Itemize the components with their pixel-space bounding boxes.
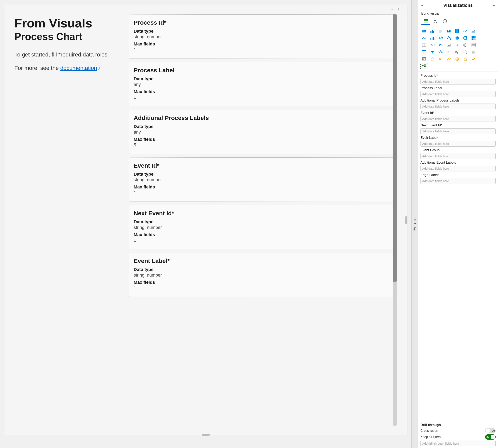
- viz-stacked-bar[interactable]: [420, 28, 428, 34]
- external-link-icon: ↗: [97, 66, 101, 71]
- viz-paginated[interactable]: [420, 56, 428, 62]
- svg-text:Py: Py: [455, 51, 458, 54]
- filters-sidebar[interactable]: Filters: [411, 0, 418, 448]
- viz-custom4[interactable]: [453, 56, 461, 62]
- svg-marker-80: [464, 58, 467, 61]
- field-group-6: Event Group Add data fields here: [420, 148, 496, 159]
- viz-100-bar[interactable]: [453, 28, 461, 34]
- svg-point-79: [457, 59, 458, 60]
- viz-decomp[interactable]: [437, 49, 445, 55]
- field-group-input-2[interactable]: Add data fields here: [420, 104, 496, 109]
- field-group-4: Next Event Id* Add data fields here: [420, 123, 496, 134]
- data-card-max-label-1: Max fields: [134, 89, 390, 94]
- svg-rect-84: [424, 64, 426, 65]
- viz-stacked-col[interactable]: [437, 28, 445, 34]
- filter-icon[interactable]: ▽: [391, 7, 394, 11]
- svg-rect-7: [424, 32, 426, 32]
- svg-marker-76: [431, 58, 434, 61]
- viz-treemap[interactable]: [470, 35, 477, 41]
- data-card-title-2: Additional Process Labels: [134, 114, 390, 122]
- field-group-input-4[interactable]: Add data fields here: [420, 128, 496, 134]
- collapse-left-icon[interactable]: «: [421, 3, 423, 8]
- keep-filters-toggle[interactable]: On: [485, 434, 496, 440]
- data-card-type-label-4: Data type: [134, 219, 390, 224]
- cross-report-toggle[interactable]: Off: [485, 428, 496, 433]
- viz-donut[interactable]: [462, 35, 469, 41]
- viz-matrix[interactable]: [420, 42, 428, 48]
- viz-slicer[interactable]: [453, 42, 461, 48]
- data-card-3: Event Id* Data type string, number Max f…: [129, 157, 395, 201]
- svg-text:abc: abc: [472, 52, 475, 54]
- documentation-link[interactable]: documentation↗: [60, 65, 101, 71]
- data-cards-area: Process Id* Data type string, number Max…: [129, 15, 397, 426]
- fields-section: Process Id* Add data fields here Process…: [418, 72, 498, 421]
- field-group-input-8[interactable]: Add data fields here: [420, 178, 496, 184]
- field-group-3: Event Id* Add data fields here: [420, 111, 496, 122]
- viz-line2[interactable]: [437, 35, 445, 41]
- viz-area-chart[interactable]: [470, 28, 477, 34]
- svg-rect-5: [422, 32, 424, 32]
- viz-smart-narrative[interactable]: abcabc: [470, 49, 477, 55]
- filters-label[interactable]: Filters: [412, 217, 417, 231]
- field-group-input-6[interactable]: Add data fields here: [420, 153, 496, 159]
- viz-matrix2[interactable]: [420, 49, 428, 55]
- viz-process-chart-selected[interactable]: [420, 63, 428, 69]
- svg-rect-18: [455, 29, 456, 33]
- viz-funnel[interactable]: [429, 49, 436, 55]
- drill-through-field-input[interactable]: Add drill-through fields here: [420, 441, 496, 446]
- viz-pie[interactable]: [453, 35, 461, 41]
- viz-card[interactable]: 42: [445, 42, 453, 48]
- collapse-right-icon[interactable]: »: [493, 3, 495, 8]
- field-group-label-3: Event Id*: [420, 111, 496, 115]
- viz-grouped-bar[interactable]: [445, 28, 453, 34]
- field-group-input-3[interactable]: Add data fields here: [420, 116, 496, 122]
- viz-custom1[interactable]: [429, 56, 436, 62]
- field-group-input-1[interactable]: Add data fields here: [420, 91, 496, 97]
- svg-rect-2: [424, 22, 428, 22]
- svg-rect-37: [424, 43, 426, 45]
- svg-line-68: [466, 53, 467, 54]
- field-group-input-5[interactable]: Add data fields here: [420, 141, 496, 147]
- keep-filters-toggle-text: On: [486, 436, 489, 438]
- viz-row-1: [420, 28, 496, 34]
- viz-bar-chart[interactable]: [429, 28, 436, 34]
- svg-text:KPI: KPI: [431, 44, 434, 46]
- svg-point-29: [448, 36, 449, 37]
- viz-r[interactable]: R: [445, 49, 453, 55]
- viz-custom3[interactable]: [445, 56, 453, 62]
- viz-qa[interactable]: [462, 49, 469, 55]
- viz-scatter[interactable]: [445, 35, 453, 41]
- data-card-max-value-3: 1: [134, 190, 390, 195]
- field-group-input-7[interactable]: Add data fields here: [420, 166, 496, 171]
- data-card-type-label-0: Data type: [134, 29, 390, 34]
- canvas-container: ▽ ⬡ ··· From Visuals Process Chart To ge…: [4, 4, 407, 436]
- field-group-label-5: Evelt Label*: [420, 135, 496, 140]
- tab-format[interactable]: [431, 18, 440, 25]
- svg-rect-13: [439, 32, 441, 32]
- visualizations-panel: « Visualizations » Build visual: [418, 0, 498, 448]
- tab-analytics[interactable]: [440, 18, 449, 25]
- maximize-icon[interactable]: ⬡: [396, 7, 399, 11]
- viz-row-2: [420, 35, 496, 41]
- viz-ribbon[interactable]: [420, 35, 428, 41]
- viz-custom2[interactable]: [437, 56, 445, 62]
- viz-line-chart[interactable]: [462, 28, 469, 34]
- viz-custom6[interactable]: [470, 56, 477, 62]
- viz-table[interactable]: [470, 42, 477, 48]
- viz-header: « Visualizations »: [418, 0, 498, 10]
- viz-kpi[interactable]: KPI: [429, 42, 436, 48]
- more-options-icon[interactable]: ···: [401, 7, 404, 11]
- viz-custom5[interactable]: [462, 56, 469, 62]
- drill-through-section: Drill through Cross-report Off Keep all …: [418, 421, 498, 448]
- resize-handle-right[interactable]: [405, 216, 407, 224]
- svg-line-87: [423, 66, 424, 67]
- viz-waterfall[interactable]: [429, 35, 436, 41]
- viz-map[interactable]: [462, 42, 469, 48]
- field-group-input-0[interactable]: Add data fields here: [420, 79, 496, 84]
- viz-py[interactable]: Py: [453, 49, 461, 55]
- viz-gauge[interactable]: [437, 42, 445, 48]
- svg-rect-62: [441, 52, 443, 53]
- tab-fields[interactable]: [421, 18, 430, 25]
- svg-rect-23: [432, 37, 432, 40]
- resize-handle-bottom[interactable]: [202, 434, 210, 436]
